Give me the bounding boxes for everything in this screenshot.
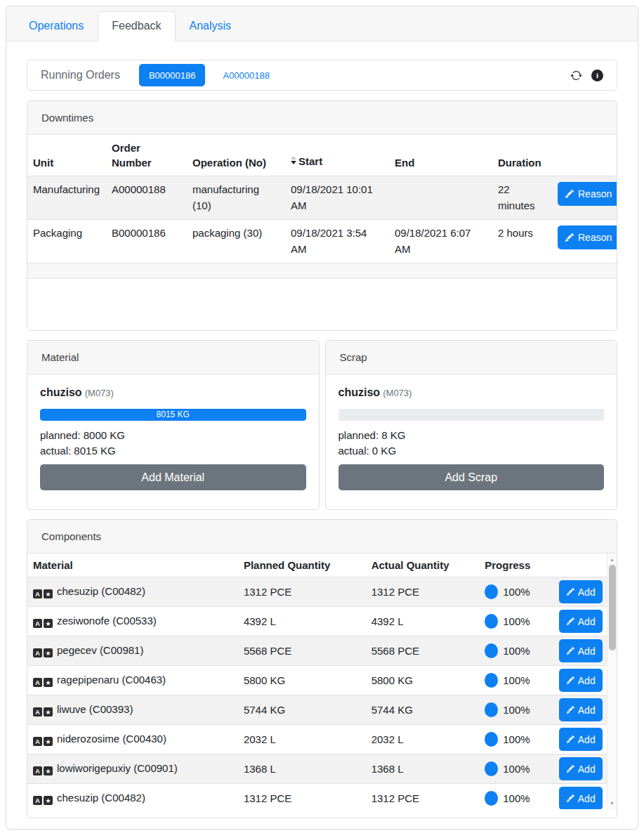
component-row: A ★ zesiwonofe (C00533) 4392 L 4392 L (27, 607, 607, 636)
component-name: niderozosime (C00430) (57, 733, 166, 745)
cell-progress: 100% (479, 725, 553, 754)
progress-circle-icon (485, 732, 498, 747)
cell-progress: 100% (479, 666, 553, 695)
cell-progress: 100% (479, 636, 553, 666)
downtimes-header-row: Unit Order Number Operation (No) Start E… (27, 135, 617, 176)
add-material-button[interactable]: Add Material (40, 464, 306, 490)
cell-actual-qty: 5744 KG (366, 695, 480, 725)
cell-add: Add (553, 754, 607, 784)
cell-action: Reason (552, 176, 617, 220)
components-table: Material Planned Quantity Actual Quantit… (27, 554, 607, 809)
col-start[interactable]: Start (285, 135, 389, 176)
info-icon[interactable]: i (591, 70, 603, 81)
cell-start: 09/18/2021 3:54 AM (285, 220, 389, 263)
scrollbar[interactable]: ▲ ▼ (607, 554, 617, 809)
progress-bar-fill: 8015 KG (40, 409, 306, 421)
cell-add: Add (553, 666, 607, 695)
tab-bar: Operations Feedback Analysis (6, 6, 638, 41)
component-name: chesuzip (C00482) (57, 792, 145, 804)
cell-progress: 100% (479, 695, 553, 725)
cell-material: A ★ lowiworigepuxiy (C00901) (27, 754, 238, 784)
letter-badges-icon: A ★ (33, 766, 53, 775)
progress-percent: 100% (503, 645, 530, 657)
cell-start: 09/18/2021 10:01 AM (285, 176, 389, 220)
scrap-title: Scrap (326, 341, 617, 374)
add-button[interactable]: Add (559, 580, 603, 603)
cell-progress: 100% (479, 577, 553, 607)
app-card: Operations Feedback Analysis Running Ord… (6, 6, 638, 830)
add-button[interactable]: Add (559, 757, 603, 780)
selected-order-button[interactable]: B00000186 (139, 64, 206, 86)
add-button[interactable]: Add (559, 610, 603, 633)
downtimes-panel: Downtimes Unit Order Number Operation (N… (27, 100, 617, 331)
material-panel: Material chuziso (M073) 8015 KG planned:… (27, 340, 320, 510)
cell-material: A ★ ragepipenaru (C00463) (27, 666, 238, 695)
pencil-icon (567, 765, 574, 773)
cell-progress: 100% (479, 754, 553, 784)
pencil-icon (567, 794, 574, 802)
scrap-planned: planned: 8 KG (339, 429, 605, 441)
letter-badges-icon: A ★ (33, 648, 53, 657)
cell-order-number: A00000188 (106, 176, 187, 220)
pencil-icon (567, 647, 574, 655)
letter-badges-icon: A ★ (33, 678, 53, 687)
pencil-icon (565, 233, 574, 242)
scrap-code: (M073) (383, 388, 412, 398)
refresh-icon[interactable] (570, 70, 582, 81)
cell-end (389, 176, 492, 220)
scroll-down-icon[interactable]: ▼ (607, 799, 617, 808)
component-name: lowiworigepuxiy (C00901) (57, 762, 178, 774)
scroll-up-icon[interactable]: ▲ (607, 555, 617, 564)
letter-badges-icon: A ★ (33, 589, 53, 598)
pencil-icon (567, 735, 574, 743)
tab-analysis[interactable]: Analysis (176, 11, 246, 41)
components-title: Components (27, 520, 617, 554)
cell-add: Add (553, 607, 607, 636)
scrap-name-line: chuziso (M073) (339, 386, 605, 399)
progress-circle-icon (485, 791, 498, 806)
add-scrap-button[interactable]: Add Scrap (339, 464, 605, 490)
cell-progress: 100% (479, 607, 553, 636)
scrap-name: chuziso (339, 386, 381, 398)
cell-add: Add (553, 725, 607, 754)
other-order-link[interactable]: A00000188 (223, 70, 270, 81)
col-order-number: Order Number (106, 135, 187, 176)
add-button[interactable]: Add (559, 728, 603, 751)
tab-feedback[interactable]: Feedback (98, 11, 175, 41)
component-name: zesiwonofe (C00533) (57, 615, 157, 627)
col-end: End (389, 135, 492, 176)
reason-button[interactable]: Reason (558, 225, 617, 249)
cell-material: A ★ chesuzip (C00482) (27, 577, 238, 607)
downtimes-title: Downtimes (27, 101, 617, 135)
add-button[interactable]: Add (559, 669, 603, 692)
cell-operation: manufacturing (10) (187, 176, 285, 220)
cell-material: A ★ zesiwonofe (C00533) (27, 607, 238, 636)
downtimes-table-footer (27, 263, 617, 279)
downtimes-spacer (27, 279, 617, 330)
components-scroll-area: Material Planned Quantity Actual Quantit… (27, 554, 617, 809)
progress-circle-icon (485, 614, 498, 629)
col-duration: Duration (492, 135, 552, 176)
cell-material: A ★ pegecev (C00981) (27, 636, 238, 666)
add-button[interactable]: Add (559, 787, 603, 809)
col-add (553, 554, 607, 577)
col-actions (552, 135, 617, 176)
add-button[interactable]: Add (559, 639, 603, 662)
scrollbar-thumb[interactable] (609, 565, 616, 650)
letter-badges-icon: A ★ (33, 737, 53, 746)
cell-actual-qty: 1368 L (366, 754, 480, 784)
cell-planned-qty: 1368 L (238, 754, 366, 784)
sort-arrows-icon[interactable] (291, 156, 296, 164)
tab-operations[interactable]: Operations (15, 11, 98, 41)
material-name-line: chuziso (M073) (40, 386, 306, 399)
scrap-progress-bar (339, 409, 605, 421)
reason-button[interactable]: Reason (558, 182, 617, 206)
cell-progress: 100% (479, 784, 553, 810)
cell-add: Add (553, 695, 607, 725)
scrap-actual: actual: 0 KG (339, 445, 605, 457)
add-button[interactable]: Add (559, 698, 603, 721)
cell-material: A ★ niderozosime (C00430) (27, 725, 238, 754)
material-code: (M073) (85, 388, 114, 398)
col-actual-qty: Actual Quantity (366, 554, 480, 577)
cell-add: Add (553, 784, 607, 810)
